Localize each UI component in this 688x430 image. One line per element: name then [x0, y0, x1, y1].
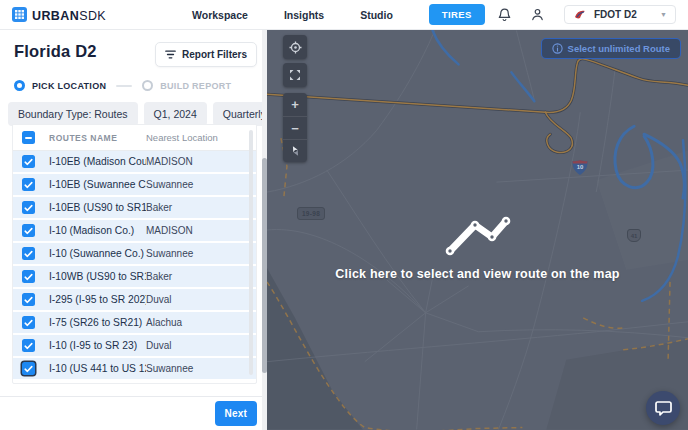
select-unlimited-route-label: Select unlimited Route [568, 43, 670, 54]
nav-item[interactable]: Insights [284, 9, 324, 21]
select-all-checkbox[interactable] [22, 131, 35, 144]
brand-name-light: SDK [79, 9, 106, 23]
row-checkbox[interactable] [22, 247, 35, 260]
wizard-steps: PICK LOCATION BUILD REPORT [0, 67, 262, 91]
nearest-location: Alachua [146, 317, 256, 328]
filter-icon [165, 50, 176, 59]
zoom-in-button[interactable]: + [283, 93, 307, 116]
map-base-layer [267, 30, 688, 430]
route-name: I-10WB (US90 to SR121) Baker… [49, 271, 146, 282]
compass-button[interactable] [283, 139, 307, 162]
info-icon [552, 43, 563, 54]
chat-bubble-icon [654, 399, 673, 417]
nearest-location: Suwannee [146, 179, 256, 190]
fullscreen-icon [289, 69, 301, 81]
table-row[interactable]: I-10 (Suwannee Co.) Suwannee [13, 243, 256, 264]
route-name: I-10EB (Madison County) [49, 156, 146, 167]
main-nav: WorkspaceInsightsStudioTIRES [192, 4, 485, 25]
route-name: I-10 (Madison Co.) [49, 225, 146, 236]
map[interactable]: 19-98 10 41 Select unlimited Route + − C… [267, 30, 688, 430]
report-filters-button[interactable]: Report Filters [155, 42, 257, 67]
nearest-location: Suwannee [146, 363, 256, 374]
row-checkbox[interactable] [22, 178, 35, 191]
check-icon [24, 342, 33, 350]
person-icon [531, 8, 544, 21]
fullscreen-button[interactable] [283, 63, 307, 87]
check-icon [24, 250, 33, 258]
wizard-step[interactable]: PICK LOCATION [14, 80, 106, 91]
table-body: I-10EB (Madison County) MADISON I-10EB (… [13, 151, 256, 379]
next-button[interactable]: Next [215, 401, 257, 426]
org-selector-dropdown[interactable]: FDOT D2 ▼ [564, 5, 676, 24]
radio-icon [142, 80, 153, 91]
table-row[interactable]: I-10 (Madison Co.) MADISON [13, 220, 256, 241]
filter-chips: Boundary Type: RoutesQ1, 2024Quarterly [0, 91, 262, 126]
nearest-location: Duval [146, 294, 256, 305]
nav-item[interactable]: TIRES [429, 4, 485, 25]
org-selector-label: FDOT D2 [594, 9, 637, 20]
table-row[interactable]: I-10WB (US90 to SR121) Baker… Baker [13, 266, 256, 287]
row-checkbox[interactable] [22, 316, 35, 329]
row-checkbox[interactable] [22, 270, 35, 283]
column-header-routes-name: ROUTES NAME [49, 133, 146, 143]
zoom-controls: + − [283, 93, 307, 162]
brand-name-bold: URBAN [32, 9, 79, 23]
route-name: I-75 (SR26 to SR21) [49, 317, 146, 328]
minus-icon: − [291, 122, 299, 135]
check-icon [24, 204, 33, 212]
check-icon [24, 365, 33, 373]
us-route-shield: 41 [627, 229, 641, 242]
row-checkbox[interactable] [22, 362, 35, 375]
radio-icon [14, 80, 25, 91]
wizard-step[interactable]: BUILD REPORT [106, 80, 231, 91]
chat-widget-button[interactable] [646, 391, 680, 425]
nearest-location: Baker [146, 271, 256, 282]
table-row[interactable]: I-10EB (Madison County) MADISON [13, 151, 256, 172]
brand-logo[interactable]: URBANSDK [12, 6, 106, 24]
nearest-location: Duval [146, 340, 256, 351]
check-icon [24, 181, 33, 189]
nearest-location: Baker [146, 202, 256, 213]
wizard-step-label: BUILD REPORT [160, 81, 231, 91]
table-row[interactable]: I-10 (US 441 to US 129) Suwannee [13, 358, 256, 379]
zoom-out-button[interactable]: − [283, 116, 307, 139]
table-row[interactable]: I-295 (I-95 to SR 202) Duval [13, 289, 256, 310]
table-row[interactable]: I-10EB (Suwannee County) Suwannee [13, 174, 256, 195]
route-name: I-10 (I-95 to SR 23) [49, 340, 146, 351]
nav-item[interactable]: Workspace [192, 9, 248, 21]
list-scrollbar[interactable] [249, 130, 253, 375]
indeterminate-icon [25, 137, 32, 139]
bell-icon [498, 8, 511, 22]
row-checkbox[interactable] [22, 155, 35, 168]
table-row[interactable]: I-75 (SR26 to SR21) Alachua [13, 312, 256, 333]
geolocate-button[interactable] [283, 35, 307, 59]
routes-table: ROUTES NAME Nearest Location I-10EB (Mad… [12, 124, 257, 384]
route-name: I-10 (Suwannee Co.) [49, 248, 146, 259]
filter-chip[interactable]: Boundary Type: Routes [8, 102, 138, 126]
geolocate-icon [289, 41, 302, 54]
check-icon [24, 319, 33, 327]
nav-item[interactable]: Studio [360, 9, 393, 21]
select-unlimited-route-button[interactable]: Select unlimited Route [541, 38, 681, 59]
page-title: Florida D2 [14, 42, 97, 61]
check-icon [24, 227, 33, 235]
interstate-shield: 10 [572, 160, 588, 175]
report-filters-label: Report Filters [182, 49, 247, 60]
check-icon [24, 296, 33, 304]
us-route-shield: 19-98 [297, 207, 325, 220]
nearest-location: MADISON [146, 156, 256, 167]
route-name: I-10EB (US90 to SR121) Baker [49, 202, 146, 213]
notifications-button[interactable] [498, 8, 511, 22]
check-icon [24, 273, 33, 281]
row-checkbox[interactable] [22, 339, 35, 352]
top-nav-bar: URBANSDK WorkspaceInsightsStudioTIRES FD… [0, 0, 688, 30]
row-checkbox[interactable] [22, 224, 35, 237]
table-row[interactable]: I-10EB (US90 to SR121) Baker Baker [13, 197, 256, 218]
row-checkbox[interactable] [22, 201, 35, 214]
user-menu-button[interactable] [531, 8, 544, 21]
table-row[interactable]: I-10 (I-95 to SR 23) Duval [13, 335, 256, 356]
filter-chip[interactable]: Q1, 2024 [144, 102, 207, 126]
route-name: I-10 (US 441 to US 129) [49, 363, 146, 374]
nearest-location: Suwannee [146, 248, 256, 259]
row-checkbox[interactable] [22, 293, 35, 306]
